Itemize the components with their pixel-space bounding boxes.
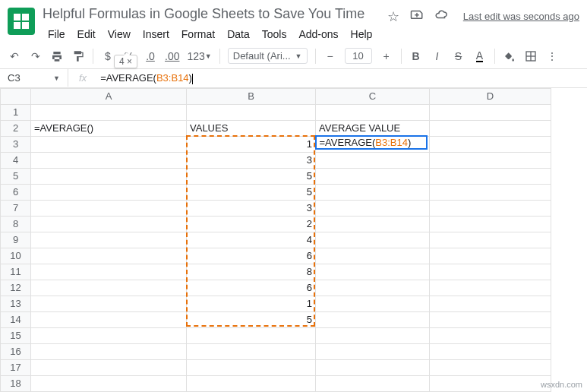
cell-A17[interactable] [31,359,187,375]
paint-format-icon[interactable] [71,49,85,64]
cell-D4[interactable] [430,152,551,168]
font-size-increase[interactable]: + [380,49,393,64]
row-header-17[interactable]: 17 [1,359,31,375]
cell-C8[interactable] [316,216,430,232]
row-header-18[interactable]: 18 [1,375,31,391]
cell-D14[interactable] [430,311,551,327]
cell-D1[interactable] [430,104,551,120]
row-header-12[interactable]: 12 [1,280,31,296]
cell-C11[interactable] [316,264,430,280]
cell-B9[interactable]: 4 [187,232,316,248]
decrease-decimal-icon[interactable]: .0 [144,49,157,64]
move-icon[interactable] [410,8,424,25]
menu-insert[interactable]: Insert [137,25,175,43]
cell-D13[interactable] [430,296,551,311]
cell-C12[interactable] [316,280,430,296]
column-header-A[interactable]: A [31,88,187,104]
cell-D5[interactable] [430,168,551,184]
cell-A9[interactable] [31,232,187,248]
name-box[interactable]: C3▼ [0,69,68,87]
cell-D11[interactable] [430,264,551,280]
column-header-D[interactable]: D [430,88,551,104]
redo-icon[interactable]: ↷ [29,49,43,64]
more-formats-icon[interactable]: 123▼ [187,49,211,64]
cell-C4[interactable] [316,152,430,168]
cell-C7[interactable] [316,200,430,216]
cell-C9[interactable] [316,232,430,248]
menu-edit[interactable]: Edit [72,25,101,43]
borders-icon[interactable] [524,49,538,64]
cell-B16[interactable] [187,343,316,359]
spreadsheet-grid[interactable]: ABCD12=AVERAGE()VALUESAVERAGE VALUE31435… [0,88,587,392]
text-color-icon[interactable]: A [473,49,487,64]
font-size-input[interactable]: 10 [345,48,372,64]
cell-A1[interactable] [31,104,187,120]
fill-color-icon[interactable] [503,49,516,64]
cell-B10[interactable]: 6 [187,248,316,264]
cell-D6[interactable] [430,184,551,200]
cell-A2[interactable]: =AVERAGE() [31,120,187,136]
cell-B5[interactable]: 5 [187,168,316,184]
cell-A3[interactable] [31,136,187,152]
row-header-11[interactable]: 11 [1,264,31,280]
row-header-2[interactable]: 2 [1,120,31,136]
cell-A18[interactable] [31,375,187,391]
cell-C5[interactable] [316,168,430,184]
cell-A13[interactable] [31,296,187,311]
formula-bar-input[interactable]: =AVERAGE(B3:B14) [97,69,587,87]
font-size-decrease[interactable]: − [323,49,337,64]
cell-C1[interactable] [316,104,430,120]
cell-C2[interactable]: AVERAGE VALUE [316,120,430,136]
cell-C10[interactable] [316,248,430,264]
cell-D9[interactable] [430,232,551,248]
star-icon[interactable]: ☆ [387,8,399,25]
row-header-15[interactable]: 15 [1,327,31,343]
cell-C6[interactable] [316,184,430,200]
menu-help[interactable]: Help [346,25,378,43]
menu-file[interactable]: File [43,25,71,43]
row-header-16[interactable]: 16 [1,343,31,359]
bold-icon[interactable]: B [409,49,423,64]
cell-A6[interactable] [31,184,187,200]
cell-D18[interactable] [430,375,551,391]
cell-A11[interactable] [31,264,187,280]
cell-C3[interactable] [316,136,430,152]
cell-A7[interactable] [31,200,187,216]
cell-D2[interactable] [430,120,551,136]
strikethrough-icon[interactable]: S [452,49,465,64]
cell-B8[interactable]: 2 [187,216,316,232]
cell-C18[interactable] [316,375,430,391]
cell-B14[interactable]: 5 [187,311,316,327]
cell-B12[interactable]: 6 [187,280,316,296]
document-title[interactable]: Helpful Formulas in Google Sheets to Sav… [43,5,380,25]
cell-A5[interactable] [31,168,187,184]
increase-decimal-icon[interactable]: .00 [165,49,179,64]
cell-D7[interactable] [430,200,551,216]
row-header-13[interactable]: 13 [1,296,31,311]
row-header-1[interactable]: 1 [1,104,31,120]
row-header-9[interactable]: 9 [1,232,31,248]
menu-data[interactable]: Data [222,25,255,43]
italic-icon[interactable]: I [431,49,444,64]
row-header-7[interactable]: 7 [1,200,31,216]
cell-B6[interactable]: 5 [187,184,316,200]
cell-D16[interactable] [430,343,551,359]
cell-B13[interactable]: 1 [187,296,316,311]
cell-B1[interactable] [187,104,316,120]
cell-C13[interactable] [316,296,430,311]
menu-format[interactable]: Format [176,25,220,43]
cell-D8[interactable] [430,216,551,232]
cell-A12[interactable] [31,280,187,296]
cell-C15[interactable] [316,327,430,343]
row-header-14[interactable]: 14 [1,311,31,327]
toolbar-overflow-icon[interactable]: ⋮ [545,49,559,64]
cell-A10[interactable] [31,248,187,264]
print-icon[interactable] [50,49,64,64]
row-header-8[interactable]: 8 [1,216,31,232]
cell-D15[interactable] [430,327,551,343]
column-header-B[interactable]: B [187,88,316,104]
cell-C16[interactable] [316,343,430,359]
cell-A14[interactable] [31,311,187,327]
last-edit-link[interactable]: Last edit was seconds ago [463,11,579,22]
row-header-4[interactable]: 4 [1,152,31,168]
